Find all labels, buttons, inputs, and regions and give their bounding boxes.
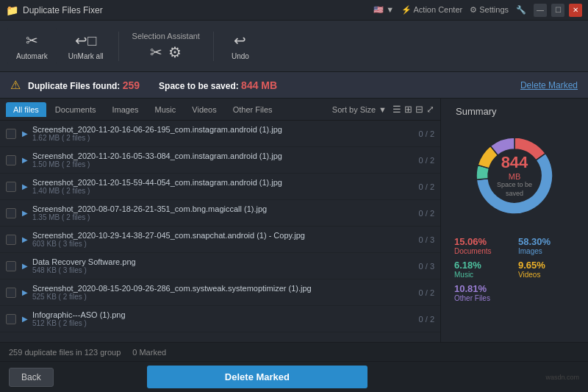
stat-name: Other Files	[454, 294, 511, 302]
unmark-all-button[interactable]: ↩□ UnMark all	[60, 27, 112, 65]
file-name: Screenshot_2020-11-20-16-05-33-084_com.i…	[32, 152, 413, 160]
automark-icon: ✂	[26, 32, 38, 49]
expand-arrow-icon[interactable]: ▶	[22, 235, 28, 243]
table-row[interactable]: ▶ Screenshot_2020-10-29-14-38-27-045_com…	[0, 227, 440, 253]
table-row[interactable]: ▶ Screenshot_2020-08-15-20-09-26-286_com…	[0, 279, 440, 306]
alert-space: Space to be saved: 844 MB	[159, 79, 277, 91]
table-row[interactable]: ▶ Screenshot_2020-11-20-15-59-44-054_com…	[0, 174, 440, 200]
tools-icon[interactable]: 🔧	[516, 5, 526, 15]
table-row[interactable]: ▶ Data Recovery Software.png 548 KB ( 3 …	[0, 253, 440, 279]
files-count-status: 259 duplicate files in 123 group	[9, 348, 121, 357]
row-checkbox[interactable]	[6, 155, 16, 165]
stats-grid: 15.06% Documents 58.30% Images 6.18% Mus…	[448, 236, 581, 302]
unmark-icon: ↩□	[75, 32, 96, 49]
table-row[interactable]: ▶ Screenshot_2020-11-20-16-05-33-084_com…	[0, 147, 440, 174]
undo-button[interactable]: ↩ Undo	[220, 27, 261, 65]
donut-label: Space to besaved	[497, 181, 532, 198]
action-center-btn[interactable]: ⚡ Action Center	[401, 5, 462, 15]
expand-arrow-icon[interactable]: ▶	[22, 156, 28, 164]
close-btn[interactable]: ✕	[569, 4, 582, 17]
automark-button[interactable]: ✂ Automark	[7, 27, 57, 65]
row-checkbox[interactable]	[6, 182, 16, 192]
file-meta: 512 KB ( 2 files )	[32, 319, 413, 327]
alert-files-found: Duplicate Files found: 259	[28, 79, 140, 91]
row-checkbox[interactable]	[6, 314, 16, 324]
tab-videos[interactable]: Videos	[184, 102, 223, 117]
stat-item: 10.81% Other Files	[454, 283, 511, 302]
file-name: Screenshot_2020-08-07-18-26-21-351_com.b…	[32, 204, 413, 213]
warning-icon: ⚠	[10, 78, 21, 92]
bottom-bar: Back Delete Marked wasdn.com	[0, 361, 588, 392]
maximize-btn[interactable]: ☐	[551, 4, 564, 17]
alert-delete-marked-link[interactable]: Delete Marked	[520, 80, 578, 90]
tab-other-files[interactable]: Other Files	[226, 102, 280, 117]
divider2	[213, 32, 214, 61]
file-meta: 548 KB ( 3 files )	[32, 266, 413, 274]
toolbar: ✂ Automark ↩□ UnMark all Selection Assis…	[0, 21, 588, 72]
sa-gear-icon[interactable]: ⚙	[168, 43, 182, 61]
expand-arrow-icon[interactable]: ▶	[22, 262, 28, 270]
stat-item: 6.18% Music	[454, 260, 511, 279]
file-info: Screenshot_2020-11-20-16-05-33-084_com.i…	[32, 152, 413, 168]
file-name: Data Recovery Software.png	[32, 257, 413, 266]
file-list: ▶ Screenshot_2020-11-20-16-06-26-195_com…	[0, 121, 440, 342]
file-count: 0 / 2	[419, 209, 434, 218]
expand-view-icon[interactable]: ⤢	[426, 104, 434, 115]
file-info: Screenshot_2020-11-20-16-06-26-195_com.i…	[32, 125, 413, 142]
stat-pct: 6.18%	[454, 260, 511, 271]
main-layout: All files Documents Images Music Videos …	[0, 99, 588, 342]
file-count: 0 / 2	[419, 182, 434, 191]
file-name: Screenshot_2020-11-20-15-59-44-054_com.i…	[32, 178, 413, 187]
stat-item: 15.06% Documents	[454, 236, 511, 255]
app-title: Duplicate Files Fixer	[23, 5, 373, 15]
file-meta: 525 KB ( 2 files )	[32, 293, 413, 301]
stat-pct: 58.30%	[518, 236, 575, 247]
file-name: Screenshot_2020-10-29-14-38-27-045_com.s…	[32, 231, 413, 240]
title-bar: 📁 Duplicate Files Fixer 🇺🇸 ▼ ⚡ Action Ce…	[0, 0, 588, 21]
row-checkbox[interactable]	[6, 129, 16, 139]
minimize-btn[interactable]: —	[534, 4, 547, 17]
tab-images[interactable]: Images	[104, 102, 146, 117]
undo-icon: ↩	[234, 32, 246, 49]
file-count: 0 / 2	[419, 129, 434, 138]
expand-arrow-icon[interactable]: ▶	[22, 129, 28, 138]
row-checkbox[interactable]	[6, 208, 16, 218]
tab-documents[interactable]: Documents	[48, 102, 104, 117]
table-row[interactable]: ▶ Screenshot_2020-11-20-16-06-26-195_com…	[0, 121, 440, 147]
stat-pct: 10.81%	[454, 283, 511, 294]
row-checkbox[interactable]	[6, 288, 16, 298]
stat-item: 9.65% Videos	[518, 260, 575, 279]
file-info: Screenshot_2020-08-07-18-26-21-351_com.b…	[32, 204, 413, 221]
list-view-icon[interactable]: ☰	[392, 104, 401, 115]
selection-assistant: Selection Assistant ✂ ⚙	[125, 32, 207, 61]
donut-unit: MB	[497, 172, 532, 181]
table-row[interactable]: ▶ Infographic---ASO (1).png 512 KB ( 2 f…	[0, 306, 440, 332]
tab-all-files[interactable]: All files	[6, 102, 46, 117]
file-info: Screenshot_2020-11-20-15-59-44-054_com.i…	[32, 178, 413, 195]
expand-arrow-icon[interactable]: ▶	[22, 288, 28, 296]
summary-panel: Summary 844 MB Space to besaved 15.06% D…	[441, 99, 588, 342]
sa-scissors-icon[interactable]: ✂	[150, 43, 162, 61]
file-name: Infographic---ASO (1).png	[32, 310, 413, 319]
file-count: 0 / 2	[419, 288, 434, 297]
back-button[interactable]: Back	[9, 368, 54, 387]
file-info: Data Recovery Software.png 548 KB ( 3 fi…	[32, 257, 413, 274]
tab-music[interactable]: Music	[148, 102, 184, 117]
row-checkbox[interactable]	[6, 235, 16, 245]
donut-center: 844 MB Space to besaved	[497, 153, 532, 198]
expand-arrow-icon[interactable]: ▶	[22, 209, 28, 217]
file-meta: 1.62 MB ( 2 files )	[32, 134, 413, 142]
stat-pct: 15.06%	[454, 236, 511, 247]
settings-btn[interactable]: ⚙ Settings	[470, 5, 509, 15]
tile-view-icon[interactable]: ⊟	[415, 104, 423, 115]
delete-marked-button[interactable]: Delete Marked	[147, 366, 368, 388]
table-row[interactable]: ▶ Screenshot_2020-08-07-18-26-21-351_com…	[0, 200, 440, 227]
grid-view-icon[interactable]: ⊞	[404, 104, 412, 115]
alert-bar: ⚠ Duplicate Files found: 259 Space to be…	[0, 72, 588, 99]
donut-chart: 844 MB Space to besaved	[463, 124, 566, 227]
row-checkbox[interactable]	[6, 261, 16, 271]
sort-dropdown[interactable]: Sort by Size ▼	[332, 105, 387, 114]
stat-name: Images	[518, 247, 575, 255]
expand-arrow-icon[interactable]: ▶	[22, 315, 28, 323]
expand-arrow-icon[interactable]: ▶	[22, 182, 28, 190]
